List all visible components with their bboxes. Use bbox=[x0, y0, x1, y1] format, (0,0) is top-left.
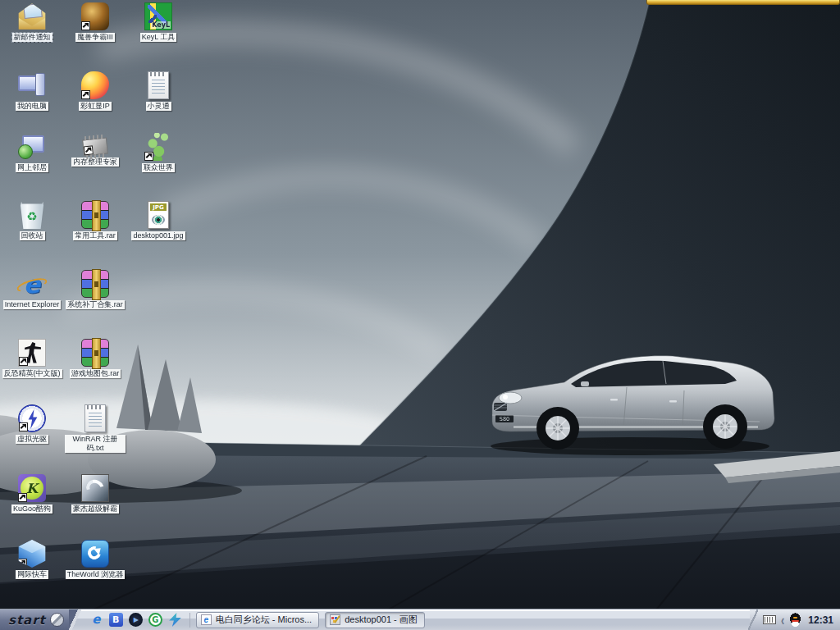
b-glyph: B bbox=[112, 615, 119, 624]
g-glyph: G bbox=[152, 616, 158, 624]
desktop-icon-layer: 新邮件通知魔兽争霸IIIKeyLKeyL 工具我的电脑彩虹显IP小灵通网上邻居内… bbox=[0, 0, 840, 630]
mail-icon bbox=[18, 2, 46, 30]
taskbar: start e B ▶ G e 电白同乡论坛 - Micros... deskt… bbox=[0, 609, 840, 630]
icon-label: 网上邻居 bbox=[16, 163, 48, 172]
rar-icon bbox=[81, 201, 109, 229]
desktop-icon-keyl-tool[interactable]: KeyLKeyL 工具 bbox=[128, 2, 189, 45]
start-logo-icon bbox=[50, 613, 64, 627]
tray-collapse-chevron-icon[interactable]: ‹ bbox=[781, 612, 784, 627]
play-glyph: ▶ bbox=[133, 617, 139, 623]
circ-icon bbox=[81, 540, 109, 568]
rainbow-icon bbox=[81, 71, 109, 99]
chip-icon bbox=[82, 137, 108, 156]
desktop-icon-memory-tool[interactable]: 内存整理专家 bbox=[65, 133, 126, 170]
desktop-icon-winrar-code-txt[interactable]: WinRAR 注册码.txt bbox=[65, 404, 126, 456]
quick-launch-green-browser-icon[interactable]: G bbox=[148, 613, 162, 627]
icon-label: 小灵通 bbox=[146, 102, 171, 111]
icon-label: KeyL 工具 bbox=[140, 33, 177, 42]
daemon-icon bbox=[18, 404, 46, 432]
icon-label: 联众世界 bbox=[142, 163, 175, 172]
desktop-icon-flashget[interactable]: 网际快车 bbox=[2, 540, 62, 582]
input-method-keyboard-icon[interactable] bbox=[763, 615, 776, 624]
rar-icon bbox=[81, 270, 109, 298]
start-button-label: start bbox=[8, 613, 46, 628]
swirl-icon bbox=[81, 474, 109, 502]
desktop-icon-lianzhong[interactable]: 联众世界 bbox=[128, 133, 189, 176]
desktop-icon-herosoft[interactable]: 豪杰超级解霸 bbox=[65, 474, 126, 517]
icon-label: 新邮件通知 bbox=[12, 33, 52, 42]
hidden-window-titlebar[interactable] bbox=[646, 0, 840, 5]
shortcut-arrow-icon bbox=[19, 357, 28, 366]
icon-label: 彩虹显IP bbox=[79, 102, 112, 111]
icon-label: 常用工具.rar bbox=[73, 231, 117, 240]
kapp-icon: K bbox=[18, 474, 46, 502]
bin-glyph-text: ♻ bbox=[21, 201, 43, 229]
desktop-icon-theworld[interactable]: TheWorld 浏览器 bbox=[65, 540, 126, 582]
jpg-icon: JPG bbox=[148, 201, 169, 229]
taskbar-window-paint[interactable]: desktop001 - 画图 bbox=[325, 612, 425, 628]
pc-icon bbox=[18, 71, 46, 99]
dots-icon bbox=[144, 133, 172, 161]
box-icon bbox=[18, 540, 46, 568]
desktop-icon-counter-strike[interactable]: 反恐精英(中文版) bbox=[2, 339, 62, 381]
icon-label: 魔兽争霸III bbox=[75, 33, 115, 42]
icon-label: desktop001.jpg bbox=[131, 231, 185, 240]
note-icon bbox=[84, 404, 106, 432]
icon-label: 反恐精英(中文版) bbox=[2, 369, 62, 378]
icon-label: TheWorld 浏览器 bbox=[66, 570, 125, 579]
desktop-icon-rar-maps[interactable]: 游戏地图包.rar bbox=[65, 339, 126, 381]
desktop-icon-recycle-bin[interactable]: ♻回收站 bbox=[2, 201, 62, 244]
desktop-icon-rainbow-ip[interactable]: 彩虹显IP bbox=[65, 71, 126, 114]
shortcut-arrow-icon bbox=[18, 559, 27, 568]
shortcut-arrow-icon bbox=[18, 493, 27, 502]
desktop-icon-my-computer[interactable]: 我的电脑 bbox=[2, 71, 62, 114]
icon-label: 内存整理专家 bbox=[71, 158, 119, 167]
desktop-icon-internet-explorer[interactable]: eInternet Explorer bbox=[2, 270, 62, 313]
desktop-icon-daemon-tools[interactable]: 虚拟光驱 bbox=[2, 404, 62, 447]
start-edge-divider bbox=[69, 609, 82, 630]
quick-launch-bar: e B ▶ G bbox=[82, 613, 190, 628]
desktop: S80 新邮件通知魔兽争霸IIIKeyLKeyL 工具我的电脑彩虹显IP小灵通网… bbox=[0, 0, 840, 630]
window-title: desktop001 - 画图 bbox=[345, 614, 418, 626]
icon-label: WinRAR 注册码.txt bbox=[65, 435, 126, 453]
quick-launch-thunder-icon[interactable] bbox=[168, 613, 182, 627]
ie-e-glyph: e bbox=[92, 614, 100, 626]
shortcut-arrow-icon bbox=[81, 90, 90, 99]
icon-label: 系统补丁合集.rar bbox=[66, 300, 125, 309]
desktop-icon-rar-patches[interactable]: 系统补丁合集.rar bbox=[65, 270, 126, 313]
system-tray: ‹ 12:31 bbox=[750, 609, 840, 630]
ie-page-icon: e bbox=[201, 614, 212, 625]
desktop-icon-warcraft3[interactable]: 魔兽争霸III bbox=[65, 2, 126, 45]
quick-launch-internet-explorer-icon[interactable]: e bbox=[89, 613, 103, 627]
clock[interactable]: 12:31 bbox=[808, 614, 833, 626]
quick-launch-app-b-icon[interactable]: B bbox=[109, 613, 123, 627]
desktop-icon-new-mail[interactable]: 新邮件通知 bbox=[2, 2, 62, 45]
icon-label: 游戏地图包.rar bbox=[70, 369, 121, 378]
quick-launch-media-player-icon[interactable]: ▶ bbox=[129, 613, 143, 627]
net-icon bbox=[18, 133, 46, 161]
qq-messenger-tray-icon[interactable] bbox=[789, 613, 801, 627]
desktop-icon-network-places[interactable]: 网上邻居 bbox=[2, 133, 62, 176]
war-icon bbox=[81, 2, 109, 30]
icon-label: 豪杰超级解霸 bbox=[71, 504, 119, 514]
taskbar-window-forum[interactable]: e 电白同乡论坛 - Micros... bbox=[196, 612, 319, 628]
desktop-icon-desktop001-jpg[interactable]: JPGdesktop001.jpg bbox=[128, 201, 189, 244]
ie-glyph-text: e bbox=[18, 270, 46, 298]
icon-label: 我的电脑 bbox=[16, 102, 48, 111]
icon-label: KuGoo酷狗 bbox=[11, 504, 52, 514]
icon-label: Internet Explorer bbox=[3, 300, 62, 309]
bin-icon: ♻ bbox=[21, 201, 43, 229]
rar-icon bbox=[81, 339, 109, 367]
window-title: 电白同乡论坛 - Micros... bbox=[216, 614, 312, 626]
shortcut-arrow-icon bbox=[81, 21, 90, 30]
shortcut-arrow-icon bbox=[144, 152, 153, 161]
icon-label: 回收站 bbox=[20, 231, 45, 240]
ie-icon: e bbox=[18, 270, 46, 298]
shortcut-arrow-icon bbox=[19, 422, 28, 431]
shortcut-arrow-icon bbox=[84, 145, 94, 155]
desktop-icon-kugoo[interactable]: KKuGoo酷狗 bbox=[2, 474, 62, 517]
start-button[interactable]: start bbox=[0, 609, 69, 630]
desktop-icon-rar-tools[interactable]: 常用工具.rar bbox=[65, 201, 126, 244]
desktop-icon-xiaolingtong[interactable]: 小灵通 bbox=[128, 71, 189, 114]
keyl-icon: KeyL bbox=[144, 2, 172, 30]
